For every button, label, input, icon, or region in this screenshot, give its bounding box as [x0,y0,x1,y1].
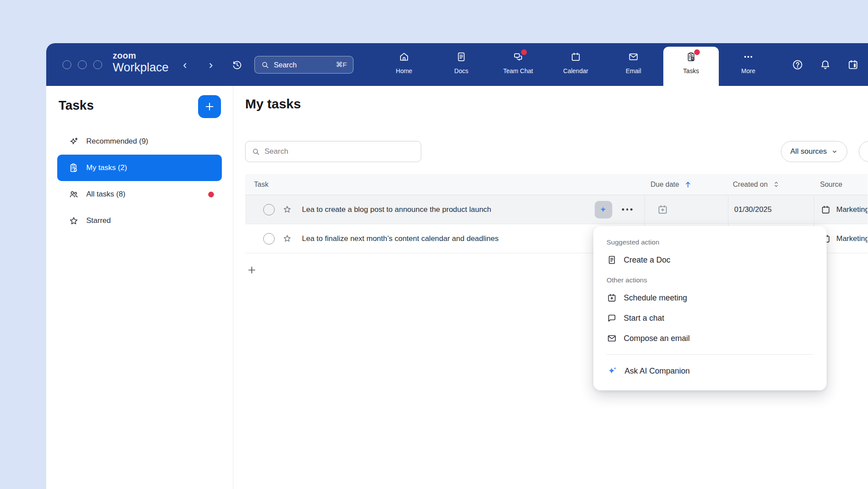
sidebar-item-label: Starred [86,216,111,225]
task-cell: Lea to create a blog post to announce th… [245,195,644,224]
global-search-bar[interactable]: Search ⌘F [254,56,353,74]
sidebar-item-my-tasks[interactable]: My tasks (2) [57,155,222,181]
nav-calendar[interactable]: Calendar [552,51,600,74]
forward-button[interactable]: › [204,58,218,72]
top-bar: zoom Workplace ‹ › Search ⌘F [46,43,868,86]
add-due-date-icon[interactable] [657,204,669,215]
created-on-cell: 01/30/2025 [728,195,814,224]
search-icon [252,148,260,156]
source-calendar-icon [820,204,831,215]
star-task-icon[interactable] [282,233,292,244]
column-task[interactable]: Task [245,174,644,195]
column-label: Source [820,181,842,189]
back-button[interactable]: ‹ [178,58,192,72]
brand-workplace: Workplace [113,62,169,74]
search-input[interactable] [265,147,415,156]
nav-label: Team Chat [494,67,542,74]
envelope-icon [607,333,617,344]
sidebar-list: Recommended (9) My tasks (2) [46,128,233,234]
source-label: Marketing [836,234,868,243]
menu-section-label: Other actions [607,276,813,284]
sources-filter-dropdown[interactable]: All sources [781,141,847,162]
calendar-icon [570,51,581,63]
complete-task-radio[interactable] [263,233,275,244]
nav-label: Tasks [667,67,715,74]
chat-bubble-icon [607,313,617,323]
chevron-down-icon [831,148,838,155]
plus-icon [246,265,257,275]
email-icon [628,51,639,63]
menu-item-ask-ai-companion[interactable]: Ask AI Companion [607,360,813,382]
plus-icon [204,101,215,112]
star-icon [68,215,79,226]
menu-section-label: Suggested action [607,238,813,246]
add-task-inline-button[interactable] [245,263,258,277]
add-task-button[interactable] [198,95,221,118]
home-icon [398,51,410,63]
task-title[interactable]: Lea to finalize next month’s content cal… [302,234,499,243]
menu-item-compose-email[interactable]: Compose an email [607,328,813,348]
nav-team-chat[interactable]: Team Chat [494,51,542,74]
task-title[interactable]: Lea to create a blog post to announce th… [302,205,491,214]
sidebar-item-label: Recommended (9) [86,137,148,146]
sidebar-item-all-tasks[interactable]: All tasks (8) [57,181,222,207]
window-minimize-button[interactable] [78,60,87,69]
sidebar-item-recommended[interactable]: Recommended (9) [57,128,222,155]
tasks-badge [694,49,700,55]
team-chat-icon [512,51,524,63]
doc-icon [607,255,617,265]
nav-home[interactable]: Home [380,51,428,74]
menu-item-label: Ask AI Companion [625,367,690,376]
nav-tasks[interactable]: Tasks [667,51,715,74]
notifications-bell-icon[interactable] [818,58,832,72]
history-icon[interactable] [230,58,244,72]
complete-task-radio[interactable] [263,204,275,215]
menu-item-schedule-meeting[interactable]: Schedule meeting [607,288,813,308]
tasks-icon [685,51,697,63]
nav-docs[interactable]: Team Chat Docs [437,51,485,74]
menu-item-label: Start a chat [624,314,664,323]
column-source[interactable]: Source [814,174,868,195]
clipboard-check-icon [68,163,79,174]
schedule-panel-icon[interactable] [846,58,860,72]
all-tasks-badge [208,192,214,197]
sort-ascending-icon[interactable] [684,180,692,189]
suggested-actions-menu: Suggested action Create a Doc Other acti… [593,226,827,390]
nav-email[interactable]: Email [609,51,658,74]
menu-item-label: Compose an email [624,334,690,343]
sidebar-title: Tasks [59,98,94,113]
search-shortcut: ⌘F [336,61,347,69]
ai-companion-icon [607,365,618,377]
ai-companion-button[interactable] [595,201,612,219]
column-label: Created on [733,181,768,189]
source-cell: Marketing [814,195,868,224]
window-close-button[interactable] [63,60,71,69]
window-zoom-button[interactable] [93,60,102,69]
sidebar-item-label: All tasks (8) [86,190,125,199]
menu-item-label: Schedule meeting [624,293,687,303]
nav-more[interactable]: More [724,51,772,74]
row-more-button[interactable] [622,208,633,211]
star-task-icon[interactable] [282,204,292,215]
help-icon[interactable] [791,58,805,72]
menu-item-start-chat[interactable]: Start a chat [607,308,813,328]
sources-filter-label: All sources [790,147,827,156]
calendar-plus-icon [607,293,617,303]
menu-item-create-doc[interactable]: Create a Doc [607,250,813,270]
tasks-search-box[interactable] [245,141,421,162]
sort-toggle-icon[interactable] [772,180,780,189]
nav-label: Home [380,67,428,74]
menu-item-label: Create a Doc [624,256,670,265]
task-row[interactable]: Lea to create a blog post to announce th… [245,195,868,224]
nav-label: Calendar [552,67,600,74]
brand-zoom: zoom [113,51,169,60]
column-created-on[interactable]: Created on [728,174,814,195]
task-cell: Lea to finalize next month’s content cal… [245,224,644,253]
clipped-filter-button[interactable] [859,141,868,162]
page-title: My tasks [245,96,301,111]
sidebar-item-starred[interactable]: Starred [57,207,222,234]
column-due-date[interactable]: Due date [644,174,728,195]
nav-label: Email [609,67,658,74]
due-date-cell[interactable] [644,195,728,224]
sparkle-icon [68,136,79,147]
